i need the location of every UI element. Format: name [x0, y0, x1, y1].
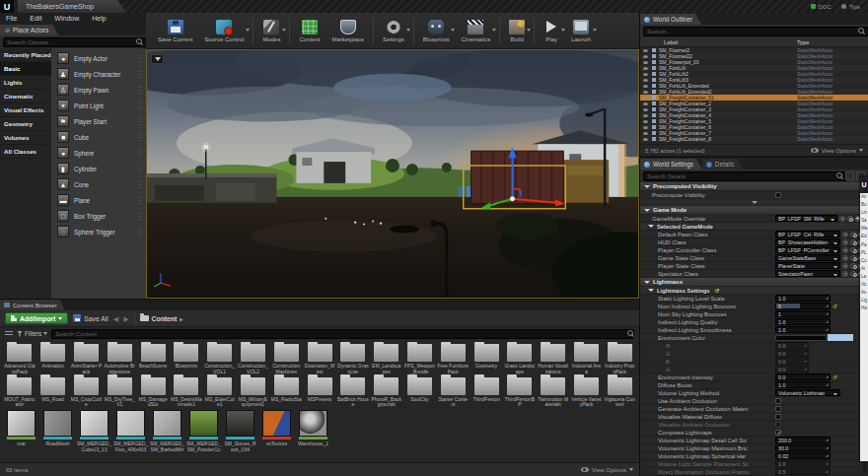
folder-tile[interactable]: MS_Road — [36, 375, 70, 409]
use-selected-icon[interactable] — [842, 255, 848, 261]
browse-icon[interactable] — [850, 232, 856, 238]
folder-tile[interactable]: Human Vocalizations — [537, 342, 570, 375]
property-matrix-icon[interactable] — [845, 171, 854, 180]
precompute-visibility-checkbox[interactable] — [775, 192, 781, 198]
drag-grip-icon[interactable] — [138, 165, 143, 173]
placeable-actor-item[interactable]: ♟ Empty Character — [51, 66, 146, 82]
visibility-eye-icon[interactable] — [643, 55, 648, 58]
world-settings-tab[interactable]: World Settings — [640, 159, 702, 170]
visibility-eye-icon[interactable] — [643, 138, 648, 141]
drag-grip-icon[interactable] — [138, 228, 143, 237]
forward-arrow-icon[interactable]: ▶ — [123, 315, 128, 322]
sources-panel-icon[interactable] — [5, 330, 13, 337]
folder-tile[interactable]: MS_ElderCote1 — [203, 375, 237, 409]
asset-tile[interactable]: mat — [3, 408, 39, 453]
class-dropdown[interactable]: SpectatorPawn — [775, 270, 840, 277]
modes-button[interactable]: Modes — [256, 20, 286, 42]
save-all-button[interactable]: Save All — [73, 314, 108, 322]
browse-icon[interactable] — [850, 239, 856, 245]
category-item[interactable]: Basic — [0, 62, 51, 76]
menu-item[interactable]: Help — [91, 15, 107, 22]
viewport-options-button[interactable] — [151, 54, 164, 64]
folder-tile[interactable]: MS_DamagedSto — [136, 375, 170, 409]
visibility-eye-icon[interactable] — [643, 126, 648, 129]
color-picker-block[interactable] — [828, 334, 853, 341]
numeric-input[interactable]: 1.0 — [775, 318, 831, 325]
category-item[interactable]: Volumes — [0, 131, 51, 145]
folder-tile[interactable]: MOUT_Fabricator — [3, 375, 36, 409]
outliner-view-options-button[interactable]: View Options — [811, 148, 863, 154]
content-button[interactable]: Content — [293, 20, 326, 42]
type-column-header[interactable]: Type — [797, 39, 868, 45]
numeric-input[interactable]: 5 — [775, 303, 831, 309]
folder-tile[interactable]: MSPresets — [303, 375, 336, 409]
folder-tile[interactable]: MS_RadioSta — [269, 375, 303, 409]
use-selected-icon[interactable] — [842, 239, 848, 245]
add-import-button[interactable]: Add/Import — [5, 312, 68, 324]
property-checkbox[interactable] — [775, 422, 781, 428]
drag-grip-icon[interactable] — [138, 133, 143, 142]
folder-tile[interactable]: Blueprints — [170, 342, 203, 375]
reset-to-default-icon[interactable]: ↺ — [832, 304, 837, 309]
folder-tile[interactable]: EM_Landscapes — [370, 342, 403, 375]
category-item[interactable]: All Classes — [0, 145, 51, 159]
folder-tile[interactable]: Dynamic GrassLite — [336, 342, 370, 375]
settings-button[interactable]: Settings — [377, 20, 410, 42]
folder-tile[interactable]: Geometry — [470, 342, 503, 375]
property-checkbox[interactable] — [775, 414, 781, 420]
use-selected-icon[interactable] — [842, 247, 848, 253]
asset-tile[interactable]: SM_MERGED_SM_BarbedWire_11 — [149, 408, 185, 453]
launch-button[interactable]: Launch — [565, 20, 597, 42]
category-item[interactable]: Recently Placed — [0, 48, 51, 62]
source-control-button[interactable]: Source Control — [198, 20, 250, 42]
folder-tile[interactable]: MS_CropCuttle — [70, 375, 104, 409]
outliner-search-input[interactable] — [643, 27, 868, 36]
property-checkbox[interactable] — [775, 430, 781, 436]
visibility-eye-icon[interactable] — [643, 91, 648, 94]
placeable-actor-item[interactable]: □ Box Trigger — [51, 208, 146, 224]
visibility-eye-icon[interactable] — [643, 102, 648, 105]
category-item[interactable]: Lights — [0, 76, 51, 90]
visibility-eye-icon[interactable] — [643, 97, 648, 100]
browse-icon[interactable] — [847, 216, 853, 222]
doc-badge[interactable]: DOC — [811, 4, 832, 10]
build-button[interactable]: Build — [503, 20, 531, 42]
folder-tile[interactable]: Advanced GlassPack — [3, 342, 36, 375]
placeable-actor-item[interactable]: ● Sphere — [51, 145, 146, 161]
folder-tile[interactable]: Construction Machines — [269, 342, 303, 375]
placeable-actor-item[interactable]: ♙ Empty Pawn — [51, 82, 146, 98]
channel-numeric-input[interactable]: 0.0 — [775, 358, 809, 365]
folder-tile[interactable]: Construction_VOL1 — [203, 342, 237, 375]
category-item[interactable]: Geometry — [0, 117, 51, 131]
section-precomputed-visibility[interactable]: Precomputed Visibility — [640, 182, 868, 191]
asset-tile[interactable]: SM_Stones_Rock_034 — [222, 408, 258, 453]
folder-tile[interactable]: Twinmotion Materials — [537, 375, 570, 409]
numeric-input[interactable]: 30.0 — [775, 444, 831, 451]
placeable-actor-item[interactable]: ● Empty Actor — [51, 50, 146, 66]
numeric-input[interactable]: 1.0 — [775, 326, 831, 333]
level-viewport[interactable] — [146, 49, 639, 299]
outliner-column-headers[interactable]: Label Type — [640, 37, 868, 47]
asset-tile[interactable]: SM_MERGED_SM_PowderCube13 — [185, 408, 222, 453]
use-selected-icon[interactable] — [839, 216, 845, 222]
folder-tile[interactable]: BeachScene — [136, 342, 170, 375]
use-selected-icon[interactable] — [842, 271, 848, 277]
browse-icon[interactable] — [850, 255, 856, 261]
folder-tile[interactable]: Construction_VOL2 — [237, 342, 270, 375]
filters-button[interactable]: Filters — [17, 330, 47, 337]
class-dropdown[interactable]: BP_LFSP_PController — [775, 246, 840, 253]
folder-tile[interactable]: Animation — [36, 342, 70, 375]
visibility-eye-icon[interactable] — [643, 85, 648, 88]
view-options-button[interactable]: View Options — [581, 467, 633, 473]
asset-tile[interactable]: SM_MERGED_Floo_406x403 — [112, 408, 149, 453]
numeric-input[interactable]: 1.0 — [775, 381, 831, 388]
folder-tile[interactable]: Grass Landscape — [503, 342, 537, 375]
placeable-actor-item[interactable]: ▮ Cylinder — [51, 161, 146, 176]
folder-tile[interactable]: MS_MilitaryEquipment1 — [237, 375, 270, 409]
asset-tile[interactable]: SM_MERGED_Cube13_13 — [76, 408, 112, 453]
asset-tile[interactable]: ssTexture — [258, 408, 295, 453]
document-tab[interactable]: TheBakersGameShop — [18, 0, 126, 13]
numeric-input[interactable]: 1 — [775, 310, 831, 317]
visibility-eye-icon[interactable] — [643, 114, 648, 117]
visibility-eye-icon[interactable] — [643, 108, 648, 111]
